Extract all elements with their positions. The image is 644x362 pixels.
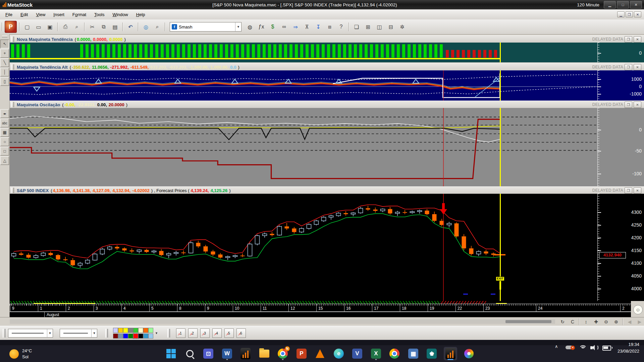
ellipse-tool[interactable]: ○ — [0, 137, 9, 146]
y-axis-maquineta-tendencia-alt[interactable]: 10000-1000 — [597, 70, 644, 101]
chevron-down-icon[interactable]: ▼ — [235, 22, 241, 31]
taskbar-visio[interactable]: V — [351, 347, 364, 360]
pointer-tool[interactable]: ↖ — [0, 40, 9, 48]
scroll-right-button[interactable]: ▶ — [635, 318, 644, 325]
y-axis-maquineta-oscilacao[interactable]: 0-50-100 — [597, 108, 644, 186]
line-weight-select[interactable]: ▼ — [60, 329, 97, 338]
panel-restore-button[interactable]: ❐ — [625, 102, 632, 108]
color-swatch[interactable] — [113, 334, 118, 339]
taskbar-windows-start[interactable] — [164, 347, 178, 360]
taskbar-powerpoint[interactable]: P — [295, 347, 308, 360]
save-button[interactable]: ▣ — [45, 22, 55, 32]
template-4-button[interactable]: 4↗ — [212, 328, 222, 338]
plot-sp500-price[interactable]: EXIT — [10, 194, 597, 301]
taskbar-metastock[interactable] — [239, 347, 252, 360]
explorer-button[interactable]: ∞ — [279, 22, 289, 32]
template-1-button[interactable]: 1↗ — [176, 328, 185, 338]
template-6-button[interactable]: 6↗ — [236, 328, 246, 338]
color-swatch[interactable] — [148, 334, 153, 339]
feedback-smiley-button[interactable]: ☺ — [632, 303, 644, 316]
layout-a-button[interactable]: ◫ — [374, 22, 384, 32]
triangle-tool[interactable]: △ — [0, 156, 9, 165]
indicator-builder-button[interactable]: ƒx — [256, 22, 266, 32]
color-swatch[interactable] — [118, 328, 123, 333]
recalc-button[interactable]: C — [568, 318, 577, 325]
tile-windows-button[interactable]: ⊞ — [363, 22, 373, 32]
tray-chevron-icon[interactable]: ∧ — [555, 344, 558, 349]
panel-header-maquineta-oscilacao[interactable]: Maquineta Oscilação(-0.00,-22.9333,0.00,… — [10, 101, 644, 109]
scroll-arrows-tool[interactable]: ◂▸ — [0, 109, 9, 118]
panel-close-button[interactable]: ✕ — [634, 64, 641, 70]
date-axis[interactable]: 9123458910111215161718192223242August — [10, 301, 631, 317]
taskbar-excel[interactable]: X — [369, 347, 383, 360]
plot-nova-maquineta-tendencia[interactable] — [10, 43, 597, 62]
color-swatch[interactable] — [138, 334, 143, 339]
color-swatch[interactable] — [133, 334, 138, 339]
close-button[interactable]: ✕ — [630, 1, 642, 8]
paste-button[interactable]: ▤ — [110, 22, 120, 32]
scroll-left-button[interactable]: ◀ — [625, 318, 634, 325]
taskbar-file-explorer[interactable] — [258, 347, 271, 360]
zoom-select-button[interactable]: ⌕ — [152, 22, 162, 32]
pan-button[interactable]: ✚ — [591, 318, 601, 325]
taskbar-search[interactable] — [183, 347, 197, 360]
menu-view[interactable]: View — [32, 11, 49, 18]
panel-header-maquineta-tendencia-alt[interactable]: Maquineta Tendência Alt(-350.622,11.0656… — [10, 63, 644, 71]
taskbar-chrome-netflix[interactable]: N — [276, 347, 289, 360]
color-swatch[interactable] — [118, 334, 123, 339]
taskbar-word[interactable]: W — [220, 347, 234, 360]
taskbar-teams[interactable]: ⊡ — [202, 347, 215, 360]
panel-header-sp500-price[interactable]: S&P 500 INDEX(4,136.98,4,141.38,4,127.09… — [10, 186, 644, 194]
color-swatch[interactable] — [143, 334, 148, 339]
palette-more-button[interactable]: ▼ — [155, 331, 158, 335]
template-3-button[interactable]: 3↗ — [200, 328, 210, 338]
onedrive-error-icon[interactable]: ✕ — [566, 344, 573, 349]
color-swatch[interactable] — [123, 328, 128, 333]
taskbar-metastock-active[interactable] — [444, 347, 457, 360]
color-swatch[interactable] — [148, 328, 153, 333]
template-5-button[interactable]: 5↗ — [224, 328, 234, 338]
child-minimize-button[interactable]: ▁ — [617, 11, 625, 17]
web-online-button[interactable]: ◍ — [245, 22, 255, 32]
panel-header-nova-maquineta-tendencia[interactable]: Nova Maquineta Tendência(0.0000,0.0000,0… — [10, 35, 644, 43]
panel-restore-button[interactable]: ❐ — [625, 187, 632, 194]
maximize-button[interactable]: □ — [617, 1, 629, 8]
weather-widget[interactable]: 24°C Sol — [9, 348, 32, 360]
whats-this-button[interactable]: ? — [336, 22, 346, 32]
symbol-combobox[interactable]: fSmash▼ — [170, 22, 241, 32]
cascade-windows-button[interactable]: ❏ — [352, 22, 362, 32]
new-chart-button[interactable]: ▢ — [22, 22, 32, 32]
taskbar-chess[interactable]: ♚ — [425, 347, 438, 360]
refresh-button[interactable]: ↻ — [558, 318, 567, 325]
trendline-tool[interactable]: ╲ — [0, 58, 9, 67]
plot-maquineta-tendencia-alt[interactable] — [10, 70, 597, 101]
menu-file[interactable]: File — [1, 11, 16, 18]
chart-scrollbar[interactable] — [10, 319, 555, 324]
volume-icon[interactable] — [590, 344, 598, 350]
menu-tools[interactable]: Tools — [90, 11, 108, 18]
open-button[interactable]: ▭ — [34, 22, 44, 32]
menu-edit[interactable]: Edit — [16, 11, 32, 18]
snapshot-button[interactable]: ⧈ — [325, 22, 335, 32]
y-axis-sp500-price[interactable]: 43004250420041504100405040004132.940 — [597, 194, 644, 301]
panel-close-button[interactable]: ✕ — [634, 36, 641, 43]
color-swatch[interactable] — [133, 328, 138, 333]
undo-button[interactable]: ↶ — [125, 22, 136, 32]
plot-maquineta-oscilacao[interactable] — [10, 108, 597, 186]
taskbar-paint[interactable] — [462, 347, 476, 360]
zoom-in-button[interactable]: ⊕ — [611, 318, 621, 325]
menu-format[interactable]: Format — [68, 11, 90, 18]
scrollbar-thumb[interactable] — [505, 320, 551, 323]
crosshair-tool[interactable]: + — [0, 49, 9, 58]
expert-advisor-button[interactable]: $ — [268, 22, 278, 32]
child-close-button[interactable]: ✕ — [634, 11, 641, 17]
text-tool[interactable]: abc — [0, 119, 9, 127]
taskbar-clock[interactable]: 19:34 23/08/2022 — [618, 341, 639, 355]
vertical-scale-button[interactable]: ↕ — [581, 318, 591, 325]
grid-tool[interactable]: ▦ — [0, 128, 9, 137]
taskbar-vlc[interactable] — [313, 347, 327, 360]
color-swatch[interactable] — [143, 328, 148, 333]
color-swatch[interactable] — [128, 334, 133, 339]
menu-window[interactable]: Window — [108, 11, 132, 18]
delete-tool[interactable]: ▯ — [0, 77, 9, 86]
